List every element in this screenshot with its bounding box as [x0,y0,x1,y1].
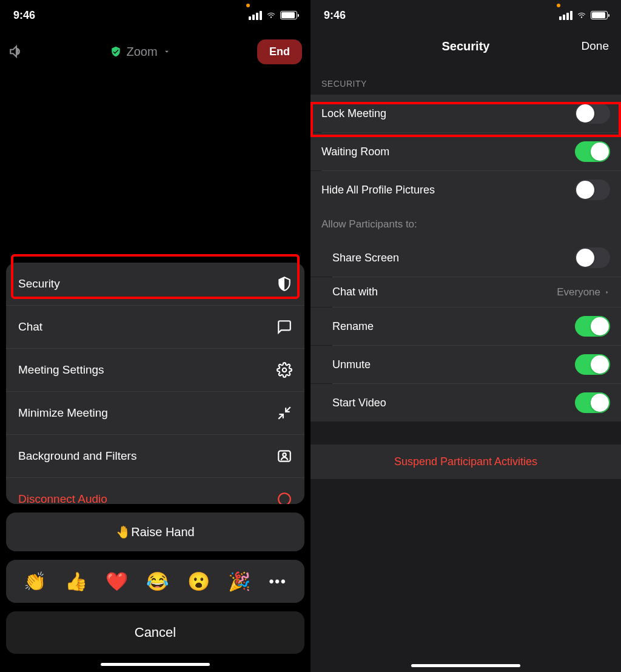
chevron-down-icon [163,47,171,56]
reaction-heart[interactable]: ❤️ [106,571,128,592]
recording-dot-icon [557,4,560,7]
battery-icon [280,11,297,19]
rename-label: Rename [332,320,374,333]
toggle-lock-meeting[interactable] [575,103,610,124]
suspend-label: Suspend Participant Activities [394,455,537,468]
row-chat-with[interactable]: Chat with Everyone [310,277,621,307]
row-unmute[interactable]: Unmute [310,346,621,383]
reaction-more[interactable]: ••• [269,574,287,590]
toggle-waiting-room[interactable] [575,141,610,162]
row-waiting-room[interactable]: Waiting Room [310,133,621,170]
menu-security-label: Security [18,277,60,291]
nav-title: Security [442,39,490,53]
reaction-joy[interactable]: 😂 [146,571,169,592]
menu-background-filters[interactable]: Background and Filters [6,435,304,478]
reaction-tada[interactable]: 🎉 [228,571,250,592]
status-indicators [559,11,608,20]
reactions-panel: 👏 👍 ❤️ 😂 😮 🎉 ••• [6,560,304,603]
status-bar: 9:46 [0,0,310,30]
menu-minimize[interactable]: Minimize Meeting [6,392,304,435]
home-indicator[interactable] [101,663,210,666]
cellular-signal-icon [249,11,262,20]
reaction-thumbs-up[interactable]: 👍 [65,571,87,592]
row-rename[interactable]: Rename [310,307,621,345]
row-hide-profile[interactable]: Hide All Profile Pictures [310,171,621,209]
battery-icon [591,11,608,19]
toggle-rename[interactable] [575,316,610,337]
raise-hand-panel: 🤚Raise Hand [6,512,304,551]
unmute-label: Unmute [332,358,371,371]
lock-meeting-label: Lock Meeting [321,107,386,120]
phone-right: 9:46 Security Done SECURITY Lock Meeting… [310,0,621,672]
start-video-label: Start Video [332,397,386,409]
raise-hand-button[interactable]: 🤚Raise Hand [6,512,304,551]
reactions-row: 👏 👍 ❤️ 😂 😮 🎉 ••• [6,560,304,603]
reaction-clap[interactable]: 👏 [24,571,46,592]
chat-with-label: Chat with [332,286,378,298]
menu-settings-label: Meeting Settings [18,363,104,377]
security-list: Lock Meeting Waiting Room Hide All Profi… [310,95,621,422]
hide-profile-label: Hide All Profile Pictures [321,184,435,197]
toggle-unmute[interactable] [575,354,610,375]
raise-hand-icon: 🤚 [116,525,131,539]
status-time: 9:46 [13,9,35,22]
menu-meeting-settings[interactable]: Meeting Settings [6,349,304,392]
wifi-icon [266,11,277,19]
zoom-header: Zoom End [0,30,310,73]
end-button[interactable]: End [257,39,302,64]
home-indicator[interactable] [411,664,520,667]
chat-icon [277,319,292,335]
section-header-security: SECURITY [310,62,621,95]
zoom-title-text: Zoom [126,45,157,59]
meeting-title[interactable]: Zoom [110,45,170,59]
reaction-wow[interactable]: 😮 [187,571,210,592]
menu-chat[interactable]: Chat [6,306,304,349]
menu-minimize-label: Minimize Meeting [18,406,108,420]
menu-panel: Security Chat Meeting Settings Minimize … [6,263,304,504]
cellular-signal-icon [559,11,572,20]
chat-with-value: Everyone [557,286,600,298]
action-sheet: Security Chat Meeting Settings Minimize … [6,263,304,654]
toggle-start-video[interactable] [575,392,610,413]
chevron-right-icon [604,288,610,297]
toggle-hide-profile[interactable] [575,180,610,200]
menu-disconnect-audio[interactable]: Disconnect Audio [6,478,304,504]
cancel-label: Cancel [135,625,176,640]
menu-security[interactable]: Security [6,263,304,306]
cancel-button[interactable]: Cancel [6,611,304,654]
raise-hand-label: Raise Hand [131,525,195,539]
svg-point-1 [283,453,286,456]
nav-bar: Security Done [310,30,621,62]
shield-check-icon [110,46,121,57]
row-share-screen[interactable]: Share Screen [310,239,621,277]
row-lock-meeting[interactable]: Lock Meeting [310,95,621,132]
phone-left: 9:46 Zoom End Security Chat Meetin [0,0,310,672]
speaker-icon[interactable] [8,44,24,59]
status-indicators [249,11,297,20]
minimize-icon [277,405,292,421]
shield-icon [277,276,292,292]
status-time: 9:46 [324,9,346,22]
svg-point-2 [278,493,290,504]
menu-chat-label: Chat [18,320,42,334]
allow-participants-header: Allow Participants to: [310,209,621,239]
waiting-room-label: Waiting Room [321,146,389,158]
share-screen-label: Share Screen [332,252,399,264]
suspend-activities-button[interactable]: Suspend Participant Activities [310,445,621,479]
wifi-icon [576,11,587,19]
menu-background-label: Background and Filters [18,449,136,463]
row-start-video[interactable]: Start Video [310,384,621,422]
menu-disconnect-label: Disconnect Audio [18,492,107,504]
recording-dot-icon [246,4,250,7]
done-button[interactable]: Done [582,39,609,53]
user-frame-icon [277,448,292,464]
disconnect-icon [277,491,292,504]
toggle-share-screen[interactable] [575,247,610,268]
gear-icon [277,362,292,378]
status-bar: 9:46 [310,0,621,30]
